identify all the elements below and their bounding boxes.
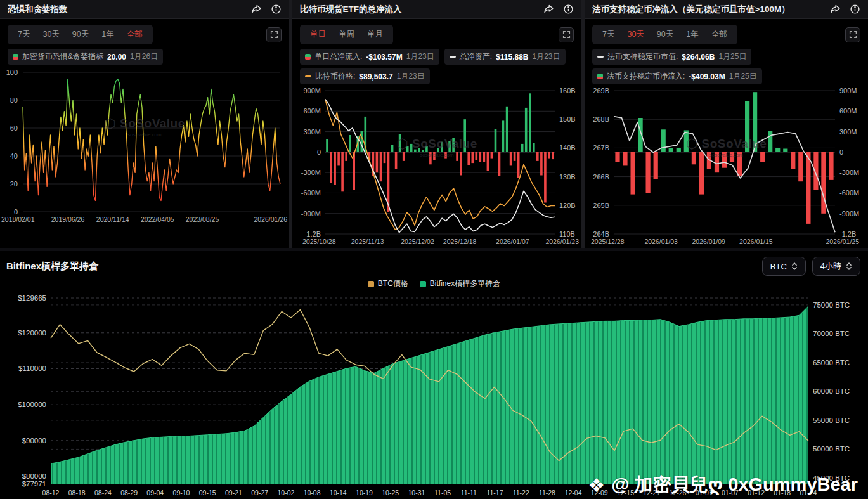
- legend-date: 1月23日: [406, 51, 434, 62]
- info-icon[interactable]: [850, 4, 860, 15]
- legend-label: 法币支持稳定币市值:: [607, 51, 678, 62]
- svg-text:$110000: $110000: [18, 365, 46, 372]
- svg-text:2018/02/01: 2018/02/01: [1, 216, 35, 223]
- tab-all[interactable]: 全部: [121, 28, 148, 41]
- legend-label: 法币支持稳定币净流入:: [607, 71, 685, 82]
- svg-text:0: 0: [317, 148, 321, 156]
- svg-text:01-07: 01-07: [722, 489, 739, 496]
- panel-toolbar: 7天 30天 90天 1年 全部: [0, 19, 289, 46]
- svg-text:900M: 900M: [839, 87, 857, 94]
- share-icon[interactable]: [830, 4, 841, 15]
- svg-text:55000 BTC: 55000 BTC: [813, 417, 850, 424]
- panel-fear-greed: 恐惧和贪婪指数 7天 30天 90天 1年 全部: [0, 0, 289, 248]
- svg-text:09-27: 09-27: [251, 489, 268, 496]
- top-row: 恐惧和贪婪指数 7天 30天 90天 1年 全部: [0, 0, 868, 248]
- svg-text:$77971: $77971: [22, 480, 46, 488]
- etf-flows-chart[interactable]: 900M600M300M0-300M-600M-900M-1.2B160B150…: [292, 86, 581, 248]
- fear-greed-chart[interactable]: 1008060402002018/02/012019/06/262020/11/…: [0, 66, 289, 226]
- legend-chip-net-assets[interactable]: 总净资产: $115.88B 1月23日: [444, 49, 566, 65]
- tab-7d[interactable]: 7天: [12, 28, 36, 41]
- panel-etf-flows: 比特币现货ETF的总净流入 单日 单周 单月: [292, 0, 581, 248]
- svg-text:2026/01/09: 2026/01/09: [692, 238, 725, 245]
- tab-7d[interactable]: 7天: [597, 28, 620, 41]
- tab-90d[interactable]: 90天: [67, 28, 94, 41]
- legend-item-btc-price[interactable]: BTC價格: [368, 278, 408, 289]
- fullscreen-icon[interactable]: [845, 27, 860, 42]
- info-icon[interactable]: [563, 4, 574, 15]
- time-range-tabs: 7天 30天 90天 1年 全部: [592, 25, 737, 44]
- legend-chip-net-inflow[interactable]: 法币支持稳定币净流入: -$409.03M 1月25日: [592, 68, 762, 84]
- chevron-updown-icon: [846, 262, 852, 271]
- legend-chip-mcap[interactable]: 法币支持稳定币市值: $264.06B 1月25日: [592, 49, 751, 65]
- legend-row: 法币支持稳定币市值: $264.06B 1月25日: [585, 46, 868, 66]
- svg-text:12-26: 12-26: [670, 489, 687, 496]
- legend-value: -$409.03M: [689, 72, 725, 81]
- svg-text:12-09: 12-09: [591, 489, 608, 496]
- bitfinex-longs-chart[interactable]: $129665$120000$110000$100000$90000$80000…: [0, 292, 868, 499]
- period-tabs: 单日 单周 单月: [300, 25, 393, 44]
- tab-30d[interactable]: 30天: [621, 28, 649, 41]
- tab-1y[interactable]: 1年: [680, 28, 704, 41]
- coin-select[interactable]: BTC: [762, 257, 806, 276]
- interval-select-value: 4小時: [820, 261, 841, 272]
- svg-text:2023/08/25: 2023/08/25: [186, 216, 219, 223]
- svg-text:08-18: 08-18: [68, 489, 86, 496]
- chevron-updown-icon: [791, 262, 798, 271]
- svg-text:2019/06/26: 2019/06/26: [51, 216, 85, 223]
- svg-text:65000 BTC: 65000 BTC: [813, 359, 850, 366]
- panel-header: 比特币现货ETF的总净流入: [292, 0, 581, 19]
- svg-text:2025/12/28: 2025/12/28: [591, 238, 625, 245]
- legend-date: 1月23日: [532, 51, 560, 62]
- svg-text:2025/12/18: 2025/12/18: [443, 238, 477, 245]
- legend-label: 比特币价格:: [315, 71, 355, 82]
- fullscreen-icon[interactable]: [266, 27, 282, 42]
- svg-text:160B: 160B: [559, 87, 576, 94]
- tab-30d[interactable]: 30天: [37, 28, 65, 41]
- tab-daily[interactable]: 单日: [304, 28, 332, 41]
- svg-text:11-05: 11-05: [434, 489, 451, 496]
- tab-weekly[interactable]: 单周: [333, 28, 360, 41]
- svg-text:70000 BTC: 70000 BTC: [813, 330, 850, 337]
- svg-text:100: 100: [6, 68, 18, 76]
- legend-row: 加密货币恐惧&贪婪指标 20.00 1月26日: [0, 46, 289, 66]
- legend-chip-net-inflow[interactable]: 单日总净流入: -$103.57M 1月23日: [300, 49, 439, 65]
- svg-text:-600M: -600M: [839, 189, 859, 197]
- svg-text:265B: 265B: [593, 202, 609, 209]
- svg-text:269B: 269B: [593, 87, 609, 94]
- tab-all[interactable]: 全部: [706, 28, 733, 41]
- svg-text:-600M: -600M: [301, 189, 321, 197]
- svg-text:600M: 600M: [839, 107, 857, 115]
- legend-row: 比特币价格: $89,503.7 1月23日: [292, 66, 581, 86]
- svg-text:0: 0: [839, 148, 843, 156]
- interval-select[interactable]: 4小時: [812, 257, 860, 276]
- section-title: Bitfinex槓桿多單持倉: [6, 261, 98, 273]
- fullscreen-icon[interactable]: [559, 27, 574, 42]
- bitfinex-section: Bitfinex槓桿多單持倉 BTC 4小時 BTC價格 Bitfinex槓桿多…: [0, 251, 868, 499]
- svg-text:80: 80: [10, 96, 18, 104]
- svg-text:120B: 120B: [559, 202, 576, 209]
- stablecoin-chart[interactable]: 269B268B267B266B265B264B900M600M300M0-30…: [585, 86, 868, 248]
- share-icon[interactable]: [543, 4, 554, 15]
- tab-90d[interactable]: 90天: [651, 28, 679, 41]
- svg-text:-300M: -300M: [839, 169, 859, 176]
- svg-text:0: 0: [14, 208, 18, 216]
- svg-text:900M: 900M: [303, 87, 321, 94]
- share-icon[interactable]: [251, 4, 262, 15]
- chart-wrap: $129665$120000$110000$100000$90000$80000…: [0, 292, 868, 499]
- legend-chip-fear-greed[interactable]: 加密货币恐惧&贪婪指标 20.00 1月26日: [8, 49, 163, 65]
- page-title: 比特币现货ETF的总净流入: [300, 4, 534, 15]
- tab-1y[interactable]: 1年: [96, 28, 119, 41]
- legend-item-longs[interactable]: Bitfinex槓桿多單持倉: [420, 278, 500, 289]
- svg-text:2026/01/15: 2026/01/15: [739, 238, 773, 245]
- svg-text:10-19: 10-19: [356, 489, 373, 496]
- svg-text:-300M: -300M: [301, 169, 321, 176]
- legend-value: 20.00: [107, 53, 126, 62]
- legend-chip-btc-price[interactable]: 比特币价格: $89,503.7 1月23日: [300, 68, 430, 84]
- panel-stablecoin: 法币支持稳定币净流入（美元稳定币且市值>100M） 7天 30天 90天 1年 …: [585, 0, 868, 248]
- svg-text:2025/10/28: 2025/10/28: [302, 238, 336, 245]
- panel-header: 恐惧和贪婪指数: [0, 0, 289, 19]
- tab-monthly[interactable]: 单月: [361, 28, 389, 41]
- legend-date: 1月26日: [130, 51, 158, 62]
- svg-text:130B: 130B: [559, 173, 576, 181]
- info-icon[interactable]: [271, 4, 282, 15]
